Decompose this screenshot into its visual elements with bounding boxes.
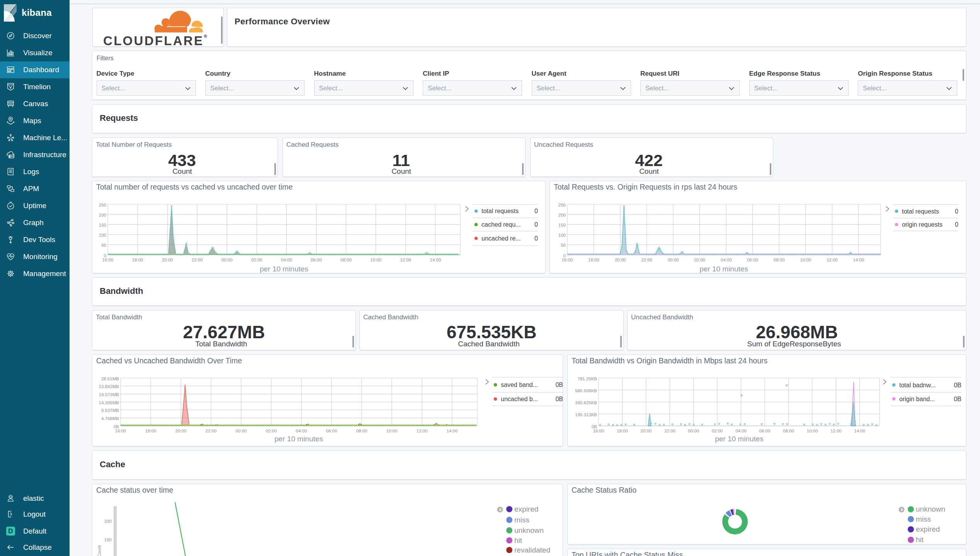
- svg-text:18:00: 18:00: [132, 258, 143, 262]
- svg-text:14:00: 14:00: [854, 429, 865, 433]
- svg-text:0B: 0B: [555, 396, 563, 402]
- svg-text:total requests: total requests: [902, 208, 939, 215]
- svg-text:10:00: 10:00: [800, 258, 811, 262]
- svg-text:revalidated: revalidated: [514, 546, 550, 554]
- svg-text:08:00: 08:00: [340, 258, 352, 262]
- svg-text:0: 0: [563, 253, 566, 258]
- svg-text:12:00: 12:00: [400, 258, 411, 262]
- svg-text:20:00: 20:00: [162, 258, 173, 262]
- svg-text:08:00: 08:00: [356, 429, 368, 433]
- svg-text:04:00: 04:00: [735, 429, 747, 433]
- svg-text:585.938KB: 585.938KB: [575, 388, 597, 393]
- svg-text:uncached re...: uncached re...: [481, 235, 521, 242]
- svg-text:22:00: 22:00: [641, 258, 652, 262]
- svg-text:781.25KB: 781.25KB: [577, 376, 597, 381]
- svg-text:14:00: 14:00: [430, 258, 441, 262]
- svg-text:0B: 0B: [555, 381, 563, 388]
- svg-text:20:00: 20:00: [641, 429, 652, 433]
- svg-text:390.625KB: 390.625KB: [575, 400, 597, 405]
- svg-text:195.313KB: 195.313KB: [575, 412, 597, 417]
- svg-text:0B: 0B: [114, 424, 119, 429]
- svg-text:16:00: 16:00: [562, 258, 573, 262]
- svg-text:total badnw...: total badnw...: [899, 382, 936, 388]
- svg-text:unknown: unknown: [916, 505, 945, 513]
- svg-text:10:00: 10:00: [386, 429, 398, 433]
- svg-text:unknown: unknown: [514, 526, 544, 534]
- svg-text:0B: 0B: [592, 424, 597, 429]
- svg-text:200: 200: [558, 213, 566, 217]
- svg-text:02:00: 02:00: [251, 258, 262, 262]
- svg-text:00:00: 00:00: [668, 258, 679, 262]
- svg-text:20:00: 20:00: [615, 258, 626, 262]
- svg-text:uncached b...: uncached b...: [501, 396, 538, 402]
- svg-text:150: 150: [99, 223, 106, 227]
- svg-text:hit: hit: [916, 536, 924, 544]
- svg-text:04:00: 04:00: [281, 258, 292, 262]
- svg-text:06:00: 06:00: [747, 258, 758, 262]
- svg-text:50: 50: [561, 243, 566, 247]
- svg-text:miss: miss: [514, 516, 529, 524]
- svg-text:250: 250: [558, 203, 566, 207]
- svg-text:00:00: 00:00: [236, 429, 247, 433]
- svg-text:50: 50: [101, 243, 106, 247]
- svg-text:08:00: 08:00: [783, 429, 794, 433]
- svg-text:250: 250: [99, 203, 106, 207]
- svg-text:expired: expired: [916, 525, 940, 533]
- svg-text:22:00: 22:00: [192, 258, 203, 262]
- svg-text:9.537MB: 9.537MB: [101, 408, 119, 413]
- svg-text:19.073MB: 19.073MB: [99, 392, 119, 397]
- svg-text:origin requests: origin requests: [902, 221, 943, 228]
- svg-text:Count: Count: [97, 545, 102, 556]
- svg-text:100: 100: [99, 233, 106, 237]
- svg-text:22:00: 22:00: [206, 429, 217, 433]
- svg-text:02:00: 02:00: [266, 429, 277, 433]
- svg-text:10:00: 10:00: [807, 429, 818, 433]
- svg-text:0: 0: [955, 208, 958, 215]
- svg-text:28.61MB: 28.61MB: [101, 376, 119, 381]
- svg-text:expired: expired: [514, 505, 538, 513]
- svg-text:12:00: 12:00: [830, 429, 842, 433]
- svg-text:200: 200: [104, 519, 112, 524]
- svg-text:hit: hit: [514, 536, 522, 544]
- svg-text:0: 0: [534, 208, 538, 214]
- svg-text:16:00: 16:00: [102, 258, 114, 262]
- svg-text:10:00: 10:00: [370, 258, 381, 262]
- svg-text:14:00: 14:00: [447, 429, 458, 433]
- svg-text:02:00: 02:00: [694, 258, 705, 262]
- svg-text:4.768MB: 4.768MB: [101, 416, 119, 421]
- svg-text:0B: 0B: [954, 382, 961, 388]
- svg-text:0: 0: [955, 221, 958, 228]
- svg-text:origin band...: origin band...: [899, 396, 935, 402]
- svg-text:0: 0: [534, 221, 538, 228]
- svg-text:06:00: 06:00: [311, 258, 322, 262]
- svg-text:saved band...: saved band...: [501, 381, 538, 388]
- svg-text:18:00: 18:00: [145, 429, 157, 433]
- svg-text:22:00: 22:00: [664, 429, 675, 433]
- svg-text:100: 100: [558, 233, 566, 237]
- svg-text:23.842MB: 23.842MB: [99, 384, 119, 389]
- svg-text:00:00: 00:00: [688, 429, 699, 433]
- svg-text:0B: 0B: [954, 396, 961, 402]
- svg-text:00:00: 00:00: [221, 258, 233, 262]
- svg-text:18:00: 18:00: [588, 258, 599, 262]
- svg-text:18:00: 18:00: [617, 429, 628, 433]
- svg-text:14.305MB: 14.305MB: [99, 400, 119, 405]
- svg-text:06:00: 06:00: [326, 429, 337, 433]
- svg-text:total requests: total requests: [481, 208, 519, 214]
- svg-text:04:00: 04:00: [296, 429, 307, 433]
- svg-text:20:00: 20:00: [175, 429, 187, 433]
- svg-text:02:00: 02:00: [712, 429, 723, 433]
- svg-text:150: 150: [558, 223, 566, 227]
- svg-text:16:00: 16:00: [593, 429, 604, 433]
- svg-text:06:00: 06:00: [759, 429, 771, 433]
- svg-text:0: 0: [534, 235, 538, 242]
- svg-text:cached requ...: cached requ...: [481, 221, 521, 228]
- svg-text:14:00: 14:00: [853, 258, 864, 262]
- svg-text:16:00: 16:00: [115, 429, 126, 433]
- svg-text:miss: miss: [916, 515, 931, 523]
- svg-text:04:00: 04:00: [721, 258, 732, 262]
- svg-text:200: 200: [99, 213, 106, 217]
- svg-text:12:00: 12:00: [827, 258, 838, 262]
- svg-text:0: 0: [104, 253, 106, 258]
- svg-text:150: 150: [104, 537, 112, 542]
